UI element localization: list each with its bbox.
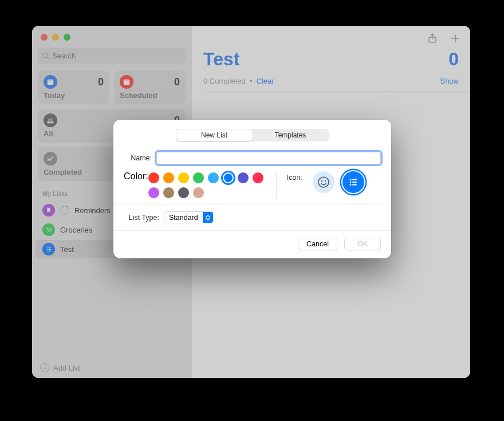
share-icon[interactable] — [427, 33, 438, 44]
search-field[interactable] — [38, 48, 186, 64]
color-swatch[interactable] — [238, 172, 249, 183]
color-swatch[interactable] — [193, 187, 204, 198]
svg-point-12 — [46, 250, 48, 251]
color-swatch[interactable] — [178, 187, 189, 198]
svg-rect-9 — [48, 247, 51, 248]
card-count: 0 — [174, 76, 180, 88]
svg-rect-21 — [352, 182, 357, 183]
list-name: Groceries — [60, 226, 92, 234]
new-list-dialog: New List Templates Name: Color: Icon: Li… — [113, 120, 391, 258]
svg-line-1 — [47, 57, 49, 58]
segmented-control[interactable]: New List Templates — [176, 129, 329, 141]
list-type-select[interactable]: Standard — [164, 211, 214, 223]
svg-point-16 — [321, 180, 322, 182]
page-count: 0 — [448, 49, 459, 70]
svg-point-6 — [48, 231, 49, 232]
color-swatch[interactable] — [163, 187, 174, 198]
icon-option-list[interactable] — [342, 171, 364, 193]
divider — [203, 91, 470, 92]
window-controls — [32, 30, 191, 48]
svg-rect-5 — [124, 80, 130, 81]
ok-button[interactable]: OK — [344, 238, 381, 250]
color-label: Color: — [124, 171, 148, 182]
calendar-day-icon — [44, 75, 57, 89]
svg-rect-23 — [352, 184, 357, 185]
divider — [113, 204, 391, 204]
name-input[interactable] — [156, 152, 381, 164]
plus-circle-icon: ＋ — [40, 363, 49, 372]
svg-point-15 — [318, 177, 329, 187]
close-window-icon[interactable] — [41, 34, 48, 41]
svg-rect-13 — [48, 250, 51, 251]
card-label: Today — [44, 91, 104, 100]
cart-icon — [42, 223, 55, 236]
svg-point-17 — [325, 180, 326, 182]
color-swatch[interactable] — [163, 172, 174, 183]
icon-option-emoji[interactable] — [313, 171, 334, 193]
card-label: Scheduled — [120, 91, 180, 100]
completed-count-text: 0 Completed — [203, 77, 246, 85]
zoom-window-icon[interactable] — [64, 34, 70, 41]
color-swatch[interactable] — [148, 187, 159, 198]
svg-point-8 — [46, 247, 48, 248]
search-input[interactable] — [52, 52, 182, 60]
bookmark-icon — [42, 204, 55, 217]
color-swatch[interactable] — [253, 172, 263, 183]
search-icon — [42, 52, 49, 60]
divider — [113, 230, 391, 231]
checkmark-icon — [44, 152, 57, 166]
svg-rect-3 — [48, 80, 54, 81]
card-count: 0 — [98, 76, 104, 88]
svg-point-7 — [50, 231, 51, 232]
svg-rect-11 — [48, 249, 51, 249]
color-swatch[interactable] — [223, 172, 234, 183]
card-scheduled[interactable]: 0 Scheduled — [114, 70, 186, 104]
divider — [276, 171, 277, 198]
list-bullet-icon — [42, 243, 55, 255]
cancel-button[interactable]: Cancel — [298, 238, 337, 250]
tab-new-list[interactable]: New List — [176, 129, 253, 141]
color-swatches — [148, 171, 271, 198]
minimize-window-icon[interactable] — [52, 34, 59, 41]
svg-point-20 — [349, 182, 351, 183]
color-swatch[interactable] — [193, 172, 204, 183]
list-type-value: Standard — [164, 212, 203, 223]
list-name: Reminders — [74, 206, 111, 215]
svg-rect-19 — [352, 179, 357, 180]
list-name: Test — [60, 245, 74, 254]
clear-button[interactable]: Clear — [257, 77, 274, 85]
page-title: Test — [203, 49, 239, 70]
name-label: Name: — [124, 154, 156, 162]
loading-spinner-icon — [60, 206, 69, 215]
svg-point-18 — [349, 179, 351, 180]
color-swatch[interactable] — [148, 172, 159, 183]
svg-point-22 — [349, 184, 351, 186]
icon-label: Icon: — [287, 171, 302, 182]
show-button[interactable]: Show — [440, 77, 459, 85]
color-swatch[interactable] — [208, 172, 219, 183]
list-type-label: List Type: — [124, 214, 164, 222]
chevron-up-down-icon — [203, 212, 213, 223]
color-swatch[interactable] — [178, 172, 189, 183]
calendar-icon — [120, 75, 133, 89]
tab-templates[interactable]: Templates — [253, 129, 329, 141]
plus-icon[interactable] — [450, 33, 461, 44]
add-list-button[interactable]: ＋ Add List — [32, 357, 191, 378]
card-today[interactable]: 0 Today — [38, 70, 109, 104]
add-list-label: Add List — [53, 364, 80, 372]
tray-icon — [44, 113, 57, 127]
svg-point-10 — [46, 249, 48, 250]
